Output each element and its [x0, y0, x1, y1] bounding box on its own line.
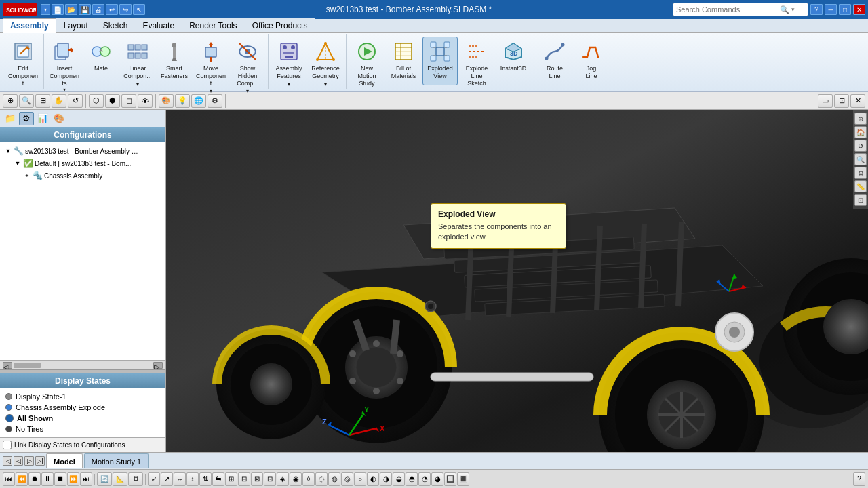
realview-btn[interactable]: ⚙ [208, 94, 222, 108]
scroll-left-btn[interactable]: ◁ [3, 362, 12, 369]
undo-btn[interactable]: ↩ [106, 4, 118, 15]
motion-end-btn-1[interactable]: ? [853, 472, 865, 486]
mbs-btn-1[interactable]: ↙ [148, 472, 160, 486]
motion-btn-7[interactable]: ⏭ [80, 472, 92, 486]
search-bar[interactable]: 🔍 ▾ [673, 3, 808, 16]
edit-component-btn[interactable]: EditComponent [5, 37, 41, 89]
help-btn[interactable]: ? [810, 4, 823, 15]
measure-btn[interactable]: 📏 [854, 180, 867, 192]
viewport-close-btn[interactable]: ✕ [850, 94, 865, 108]
pan-btn[interactable]: ✋ [52, 94, 66, 108]
mbs-btn-17[interactable]: ○ [354, 472, 366, 486]
exploded-view-btn[interactable]: ExplodedView [422, 37, 458, 85]
link-checkbox-input[interactable] [3, 441, 12, 449]
search-dropdown-icon[interactable]: ▾ [791, 6, 795, 13]
mbs-btn-15[interactable]: ◍ [328, 472, 340, 486]
insert-components-btn[interactable]: InsertComponents ▾ [47, 37, 82, 96]
new-btn[interactable]: 📄 [52, 4, 64, 15]
mbs-btn-20[interactable]: ◒ [393, 472, 405, 486]
ref-geom-dropdown[interactable]: ▾ [324, 81, 327, 87]
tab-layout[interactable]: Layout [56, 18, 96, 32]
mbs-btn-11[interactable]: ◈ [277, 472, 289, 486]
bill-of-materials-btn[interactable]: Bill ofMaterials [386, 37, 421, 85]
viewport-restore-btn[interactable]: ⊡ [834, 94, 849, 108]
tab-motion-study-1[interactable]: Motion Study 1 [84, 453, 149, 468]
mbs-btn-10[interactable]: ⊡ [264, 472, 276, 486]
ds-item-4[interactable]: No Tires [3, 424, 163, 434]
lighting-btn[interactable]: 💡 [175, 94, 190, 108]
new-motion-study-btn[interactable]: NewMotionStudy [349, 37, 384, 89]
close-btn[interactable]: ✕ [853, 4, 865, 15]
root-expand[interactable]: ▼ [4, 147, 12, 155]
configuration-tree[interactable]: ▼ 🔧 sw2013b3 test - Bomber Assembly C...… [0, 142, 165, 360]
motion-btn-9[interactable]: 📐 [113, 472, 127, 486]
jog-line-btn[interactable]: JogLine [574, 37, 609, 85]
ds-item-1[interactable]: Display State-1 [3, 391, 163, 402]
tab-nav-prev[interactable]: ◁ [14, 456, 23, 466]
mbs-btn-22[interactable]: ◔ [418, 472, 431, 486]
viewport-min-btn[interactable]: ▭ [818, 94, 833, 108]
tree-default[interactable]: ▼ ✅ Default [ sw2013b3 test - Bom... [3, 157, 163, 169]
property-manager-icon[interactable]: 📊 [35, 112, 50, 125]
tab-office-products[interactable]: Office Products [245, 18, 315, 32]
mbs-btn-13[interactable]: ◊ [302, 472, 315, 486]
mbs-btn-18[interactable]: ◐ [367, 472, 379, 486]
tree-chassis[interactable]: + 🔩 Chasssis Assembly [3, 169, 163, 182]
motion-btn-2[interactable]: ⏪ [16, 472, 28, 486]
mbs-btn-21[interactable]: ◓ [406, 472, 418, 486]
view-orientation-btn[interactable]: ⬢ [105, 94, 120, 108]
scroll-right-btn[interactable]: ▷ [153, 362, 163, 369]
motion-btn-10[interactable]: ⚙ [128, 472, 143, 486]
assembly-features-dropdown[interactable]: ▾ [288, 81, 290, 87]
select-btn[interactable]: ↖ [133, 4, 145, 15]
show-hidden-dropdown[interactable]: ▾ [246, 88, 249, 94]
link-display-states[interactable]: Link Display States to Configurations [0, 437, 165, 452]
zoom-model-btn[interactable]: ⊕ [854, 113, 867, 125]
mbs-btn-24[interactable]: 🔲 [444, 472, 456, 486]
config-manager-icon[interactable]: ⚙ [19, 112, 34, 125]
mbs-btn-4[interactable]: ↕ [186, 472, 199, 486]
linear-dropdown[interactable]: ▾ [136, 81, 139, 87]
orbit-btn[interactable]: ↺ [854, 140, 867, 152]
redo-btn[interactable]: ↪ [119, 4, 132, 15]
mbs-btn-9[interactable]: ⊠ [251, 472, 263, 486]
viewport[interactable]: X Y Z Exploded View Separates the compon… [166, 110, 868, 452]
mate-btn[interactable]: Mate [83, 37, 119, 85]
move-component-btn[interactable]: MoveComponent ▾ [193, 37, 229, 97]
appearance-btn[interactable]: 🎨 [159, 94, 174, 108]
mbs-btn-23[interactable]: ◕ [431, 472, 443, 486]
motion-btn-5[interactable]: ⏹ [54, 472, 66, 486]
explode-line-sketch-btn[interactable]: ExplodeLineSketch [459, 37, 494, 89]
mbs-btn-14[interactable]: ◌ [315, 472, 328, 486]
instant3d-btn[interactable]: 3D Instant3D [496, 37, 531, 85]
tab-nav-first[interactable]: |◁ [3, 456, 12, 466]
ds-item-3[interactable]: All Shown [3, 413, 163, 424]
mbs-btn-19[interactable]: ◑ [380, 472, 392, 486]
show-hidden-btn[interactable]: ShowHiddenComp... ▾ [230, 37, 265, 97]
open-btn[interactable]: 📂 [65, 4, 77, 15]
settings-view-btn[interactable]: ⚙ [854, 167, 867, 179]
assembly-features-btn[interactable]: AssemblyFeatures ▾ [271, 37, 307, 90]
save-btn[interactable]: 💾 [79, 4, 91, 15]
search-input[interactable] [676, 5, 778, 14]
mbs-btn-7[interactable]: ⊞ [225, 472, 237, 486]
display-manager-icon[interactable]: 🎨 [52, 112, 66, 125]
mbs-btn-6[interactable]: ⇆ [212, 472, 224, 486]
mbs-btn-25[interactable]: 🔳 [457, 472, 469, 486]
rotate-btn[interactable]: ↺ [68, 94, 83, 108]
reference-geometry-btn[interactable]: ReferenceGeometry ▾ [308, 37, 343, 90]
route-line-btn[interactable]: RouteLine [537, 37, 572, 85]
tab-model[interactable]: Model [46, 453, 83, 468]
zoom-in-btn[interactable]: 🔍 [19, 94, 34, 108]
motion-btn-1[interactable]: ⏮ [3, 472, 15, 486]
ds-item-2[interactable]: Chassis Assembly Explode [3, 402, 163, 413]
tree-root[interactable]: ▼ 🔧 sw2013b3 test - Bomber Assembly C... [3, 145, 163, 157]
default-expand[interactable]: ▼ [14, 159, 22, 167]
mbs-btn-12[interactable]: ◉ [290, 472, 302, 486]
zoom-area-btn[interactable]: ⊞ [35, 94, 50, 108]
zoom-to-fit-btn[interactable]: ⊕ [3, 94, 18, 108]
insert-dropdown-arrow[interactable]: ▾ [63, 87, 66, 93]
mbs-btn-3[interactable]: ↔ [174, 472, 186, 486]
view-house-btn[interactable]: 🏠 [854, 126, 867, 138]
section-view-btn[interactable]: ⬡ [89, 94, 104, 108]
